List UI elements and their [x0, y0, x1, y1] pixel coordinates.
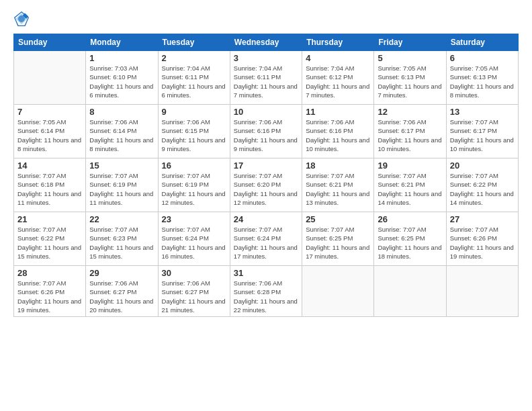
calendar-cell: 9Sunrise: 7:06 AMSunset: 6:15 PMDaylight…	[158, 105, 230, 158]
cell-info: Sunrise: 7:07 AMSunset: 6:17 PMDaylight:…	[450, 118, 515, 153]
cell-info: Sunrise: 7:07 AMSunset: 6:18 PMDaylight:…	[17, 171, 82, 207]
week-row-3: 14Sunrise: 7:07 AMSunset: 6:18 PMDayligh…	[14, 158, 519, 212]
cell-date-number: 21	[17, 214, 82, 224]
cell-info: Sunrise: 7:04 AMSunset: 6:11 PMDaylight:…	[234, 64, 298, 99]
calendar-cell: 6Sunrise: 7:05 AMSunset: 6:13 PMDaylight…	[446, 51, 518, 105]
calendar-table: SundayMondayTuesdayWednesdayThursdayFrid…	[13, 34, 519, 317]
cell-info: Sunrise: 7:04 AMSunset: 6:11 PMDaylight:…	[162, 64, 226, 99]
cell-info: Sunrise: 7:03 AMSunset: 6:10 PMDaylight:…	[89, 64, 154, 99]
cell-date-number: 31	[234, 268, 298, 278]
calendar-cell: 4Sunrise: 7:04 AMSunset: 6:12 PMDaylight…	[302, 51, 374, 105]
calendar-cell: 8Sunrise: 7:06 AMSunset: 6:14 PMDaylight…	[86, 105, 158, 158]
cell-date-number: 3	[234, 53, 298, 63]
cell-info: Sunrise: 7:07 AMSunset: 6:20 PMDaylight:…	[234, 171, 298, 207]
calendar-cell: 19Sunrise: 7:07 AMSunset: 6:21 PMDayligh…	[374, 158, 446, 212]
calendar-cell: 1Sunrise: 7:03 AMSunset: 6:10 PMDaylight…	[86, 51, 158, 105]
weekday-row: SundayMondayTuesdayWednesdayThursdayFrid…	[14, 34, 519, 51]
cell-date-number: 22	[89, 214, 154, 224]
calendar-cell: 31Sunrise: 7:06 AMSunset: 6:28 PMDayligh…	[230, 266, 302, 317]
cell-info: Sunrise: 7:07 AMSunset: 6:24 PMDaylight:…	[234, 225, 298, 261]
calendar-body: 1Sunrise: 7:03 AMSunset: 6:10 PMDaylight…	[14, 51, 519, 317]
cell-date-number: 24	[234, 214, 298, 224]
page: SundayMondayTuesdayWednesdayThursdayFrid…	[0, 0, 532, 411]
calendar-cell: 3Sunrise: 7:04 AMSunset: 6:11 PMDaylight…	[230, 51, 302, 105]
calendar-header: SundayMondayTuesdayWednesdayThursdayFrid…	[14, 34, 519, 51]
cell-date-number: 6	[450, 53, 515, 63]
cell-info: Sunrise: 7:06 AMSunset: 6:14 PMDaylight:…	[89, 118, 154, 153]
cell-info: Sunrise: 7:07 AMSunset: 6:22 PMDaylight:…	[450, 171, 515, 207]
cell-date-number: 7	[17, 107, 82, 117]
calendar-cell: 7Sunrise: 7:05 AMSunset: 6:14 PMDaylight…	[14, 105, 86, 158]
cell-info: Sunrise: 7:06 AMSunset: 6:17 PMDaylight:…	[378, 118, 442, 153]
cell-date-number: 28	[17, 268, 82, 278]
calendar-cell	[302, 266, 374, 317]
cell-info: Sunrise: 7:07 AMSunset: 6:21 PMDaylight:…	[378, 171, 442, 207]
cell-info: Sunrise: 7:07 AMSunset: 6:21 PMDaylight:…	[306, 171, 370, 207]
cell-date-number: 1	[89, 53, 154, 63]
calendar-cell: 25Sunrise: 7:07 AMSunset: 6:25 PMDayligh…	[302, 212, 374, 266]
cell-date-number: 26	[378, 214, 442, 224]
week-row-2: 7Sunrise: 7:05 AMSunset: 6:14 PMDaylight…	[14, 105, 519, 158]
calendar-cell: 27Sunrise: 7:07 AMSunset: 6:26 PMDayligh…	[446, 212, 518, 266]
cell-info: Sunrise: 7:06 AMSunset: 6:16 PMDaylight:…	[306, 118, 370, 153]
calendar-cell: 10Sunrise: 7:06 AMSunset: 6:16 PMDayligh…	[230, 105, 302, 158]
week-row-1: 1Sunrise: 7:03 AMSunset: 6:10 PMDaylight…	[14, 51, 519, 105]
weekday-header-thursday: Thursday	[302, 34, 374, 51]
cell-date-number: 30	[162, 268, 226, 278]
cell-date-number: 29	[89, 268, 154, 278]
cell-date-number: 14	[17, 161, 82, 171]
cell-info: Sunrise: 7:06 AMSunset: 6:27 PMDaylight:…	[89, 279, 154, 314]
cell-info: Sunrise: 7:07 AMSunset: 6:22 PMDaylight:…	[17, 225, 82, 261]
cell-info: Sunrise: 7:07 AMSunset: 6:24 PMDaylight:…	[162, 225, 226, 261]
cell-date-number: 11	[306, 107, 370, 117]
calendar-cell: 17Sunrise: 7:07 AMSunset: 6:20 PMDayligh…	[230, 158, 302, 212]
weekday-header-monday: Monday	[86, 34, 158, 51]
cell-info: Sunrise: 7:07 AMSunset: 6:25 PMDaylight:…	[306, 225, 370, 261]
cell-date-number: 19	[378, 161, 442, 171]
cell-info: Sunrise: 7:07 AMSunset: 6:26 PMDaylight:…	[17, 279, 82, 314]
weekday-header-tuesday: Tuesday	[158, 34, 230, 51]
calendar-cell: 15Sunrise: 7:07 AMSunset: 6:19 PMDayligh…	[86, 158, 158, 212]
cell-info: Sunrise: 7:07 AMSunset: 6:26 PMDaylight:…	[450, 225, 515, 261]
calendar-cell: 2Sunrise: 7:04 AMSunset: 6:11 PMDaylight…	[158, 51, 230, 105]
cell-info: Sunrise: 7:06 AMSunset: 6:16 PMDaylight:…	[234, 118, 298, 153]
calendar-cell	[446, 266, 518, 317]
calendar-cell	[374, 266, 446, 317]
calendar-cell: 30Sunrise: 7:06 AMSunset: 6:27 PMDayligh…	[158, 266, 230, 317]
weekday-header-saturday: Saturday	[446, 34, 518, 51]
cell-info: Sunrise: 7:06 AMSunset: 6:27 PMDaylight:…	[162, 279, 226, 314]
weekday-header-sunday: Sunday	[14, 34, 86, 51]
cell-date-number: 13	[450, 107, 515, 117]
week-row-4: 21Sunrise: 7:07 AMSunset: 6:22 PMDayligh…	[14, 212, 519, 266]
cell-date-number: 12	[378, 107, 442, 117]
calendar-cell: 24Sunrise: 7:07 AMSunset: 6:24 PMDayligh…	[230, 212, 302, 266]
calendar-cell: 11Sunrise: 7:06 AMSunset: 6:16 PMDayligh…	[302, 105, 374, 158]
cell-date-number: 2	[162, 53, 226, 63]
cell-date-number: 9	[162, 107, 226, 117]
cell-info: Sunrise: 7:05 AMSunset: 6:13 PMDaylight:…	[450, 64, 515, 99]
calendar-cell: 18Sunrise: 7:07 AMSunset: 6:21 PMDayligh…	[302, 158, 374, 212]
cell-info: Sunrise: 7:06 AMSunset: 6:15 PMDaylight:…	[162, 118, 226, 153]
cell-date-number: 23	[162, 214, 226, 224]
calendar-cell: 20Sunrise: 7:07 AMSunset: 6:22 PMDayligh…	[446, 158, 518, 212]
cell-info: Sunrise: 7:04 AMSunset: 6:12 PMDaylight:…	[306, 64, 370, 99]
cell-date-number: 27	[450, 214, 515, 224]
cell-date-number: 4	[306, 53, 370, 63]
cell-date-number: 17	[234, 161, 298, 171]
cell-info: Sunrise: 7:07 AMSunset: 6:19 PMDaylight:…	[162, 171, 226, 207]
cell-info: Sunrise: 7:07 AMSunset: 6:23 PMDaylight:…	[89, 225, 154, 261]
calendar-cell: 16Sunrise: 7:07 AMSunset: 6:19 PMDayligh…	[158, 158, 230, 212]
calendar-cell: 12Sunrise: 7:06 AMSunset: 6:17 PMDayligh…	[374, 105, 446, 158]
logo-icon	[13, 11, 30, 27]
cell-info: Sunrise: 7:07 AMSunset: 6:25 PMDaylight:…	[378, 225, 442, 261]
calendar-cell: 28Sunrise: 7:07 AMSunset: 6:26 PMDayligh…	[14, 266, 86, 317]
weekday-header-friday: Friday	[374, 34, 446, 51]
calendar-cell: 5Sunrise: 7:05 AMSunset: 6:13 PMDaylight…	[374, 51, 446, 105]
cell-date-number: 18	[306, 161, 370, 171]
cell-info: Sunrise: 7:07 AMSunset: 6:19 PMDaylight:…	[89, 171, 154, 207]
weekday-header-wednesday: Wednesday	[230, 34, 302, 51]
cell-date-number: 8	[89, 107, 154, 117]
cell-date-number: 5	[378, 53, 442, 63]
calendar-cell: 22Sunrise: 7:07 AMSunset: 6:23 PMDayligh…	[86, 212, 158, 266]
calendar-cell: 23Sunrise: 7:07 AMSunset: 6:24 PMDayligh…	[158, 212, 230, 266]
